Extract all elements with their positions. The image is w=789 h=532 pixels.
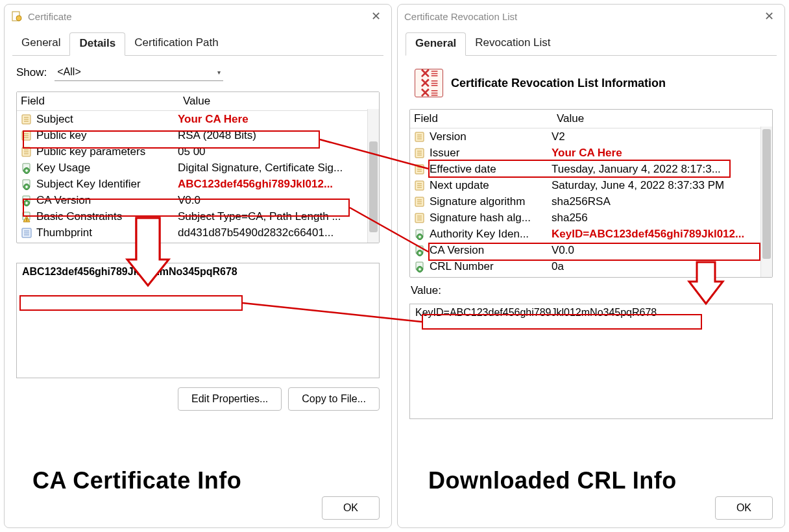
close-icon[interactable]: ✕ <box>367 9 385 23</box>
header-value[interactable]: Value <box>553 112 772 125</box>
tab-strip: General Revocation List <box>406 32 777 56</box>
doc-icon <box>413 179 427 192</box>
row-value: Saturday, June 4, 2022 8:37:33 PM <box>552 179 772 192</box>
row-value: Your CA Here <box>552 147 772 160</box>
row-field: Subject <box>36 113 178 126</box>
left-caption: CA Certificate Info <box>32 467 241 494</box>
detail-value-box[interactable]: ABC123def456ghi789Jkl012mNo345pqR678 <box>16 263 380 378</box>
row-field: Public key parameters <box>36 145 178 158</box>
ext-icon <box>19 178 34 191</box>
header-field[interactable]: Field <box>17 95 179 108</box>
doc-icon <box>413 130 427 143</box>
row-field: Public key <box>36 129 178 142</box>
scrollbar[interactable] <box>760 127 772 277</box>
row-value: 05 00 <box>178 145 379 158</box>
table-row[interactable]: CA VersionV0.0 <box>17 192 379 208</box>
show-filter-select[interactable]: <All> ▾ <box>55 64 223 81</box>
doc-icon <box>413 163 427 176</box>
copy-to-file-button[interactable]: Copy to File... <box>288 387 380 411</box>
table-row[interactable]: Next updateSaturday, June 4, 2022 8:37:3… <box>410 177 772 193</box>
dialog-title: Certificate <box>28 11 72 22</box>
doc-icon <box>413 147 427 160</box>
prop-icon <box>19 226 34 239</box>
ok-button[interactable]: OK <box>322 496 380 520</box>
row-value: dd431d87b5490d2832c66401... <box>178 226 379 239</box>
tab-certification-path[interactable]: Certification Path <box>125 32 227 56</box>
doc-icon <box>413 212 427 224</box>
table-row[interactable]: VersionV2 <box>410 128 772 145</box>
table-row[interactable]: !Basic ConstraintsSubject Type=CA, Path … <box>17 208 379 224</box>
close-icon[interactable]: ✕ <box>760 9 778 23</box>
row-value: sha256 <box>552 212 772 224</box>
crl-list-icon: ✕≡✕≡✕≡ <box>415 69 443 97</box>
show-filter-value: <All> <box>57 66 80 77</box>
svg-point-1 <box>16 16 21 21</box>
crl-dialog: Certificate Revocation List ✕ General Re… <box>397 4 785 528</box>
table-row[interactable]: CRL Number0a <box>410 258 772 274</box>
header-value[interactable]: Value <box>179 95 379 108</box>
header-field[interactable]: Field <box>410 112 553 125</box>
table-row[interactable]: Subject Key IdentifierABC123def456ghi789… <box>17 176 379 192</box>
titlebar: Certificate ✕ <box>5 5 391 28</box>
row-field: Subject Key Identifier <box>36 178 178 191</box>
row-value: Tuesday, January 4, 2022 8:17:3... <box>552 163 772 176</box>
tab-strip: General Details Certification Path <box>12 32 383 56</box>
row-value: V2 <box>552 130 772 143</box>
edit-properties-button[interactable]: Edit Properties... <box>178 387 282 411</box>
table-row[interactable]: Public keyRSA (2048 Bits) <box>17 127 379 143</box>
row-value: V0.0 <box>178 194 379 207</box>
doc-icon <box>19 113 34 126</box>
scrollbar[interactable] <box>367 109 379 243</box>
ext-icon <box>413 260 427 273</box>
row-field: CA Version <box>430 244 552 257</box>
ext-icon <box>19 162 34 175</box>
table-row[interactable]: Key UsageDigital Signature, Certificate … <box>17 160 379 176</box>
right-caption: Downloaded CRL Info <box>428 467 677 494</box>
tab-general[interactable]: General <box>12 32 69 56</box>
ok-button[interactable]: OK <box>715 496 773 520</box>
table-row[interactable]: CA VersionV0.0 <box>410 242 772 258</box>
row-field: Basic Constraints <box>36 210 178 223</box>
value-label: Value: <box>411 284 773 297</box>
row-value: sha256RSA <box>552 195 772 208</box>
tab-details[interactable]: Details <box>69 32 125 56</box>
row-value: ABC123def456ghi789Jkl012... <box>178 178 379 191</box>
ext-icon <box>413 228 427 241</box>
table-row[interactable]: Effective dateTuesday, January 4, 2022 8… <box>410 161 772 177</box>
detail-value-box[interactable]: KeyID=ABC123def456ghi789Jkl012mNo345pqR6… <box>409 304 773 419</box>
titlebar: Certificate Revocation List ✕ <box>398 5 784 28</box>
detail-value-text: ABC123def456ghi789Jkl012mNo345pqR678 <box>22 266 237 277</box>
tab-revocation-list[interactable]: Revocation List <box>466 32 559 56</box>
row-field: Issuer <box>430 147 552 160</box>
doc-icon <box>19 129 34 142</box>
row-value: Your CA Here <box>178 113 379 126</box>
svg-text:!: ! <box>26 217 27 223</box>
row-value: RSA (2048 Bits) <box>178 129 379 142</box>
tab-general[interactable]: General <box>406 32 466 56</box>
table-row[interactable]: Signature hash alg...sha256 <box>410 210 772 226</box>
row-value: KeyID=ABC123def456ghi789Jkl012... <box>552 228 772 241</box>
table-row[interactable]: Public key parameters05 00 <box>17 143 379 160</box>
doc-icon <box>413 195 427 208</box>
row-field: CRL Number <box>430 260 552 273</box>
row-field: Authority Key Iden... <box>430 228 552 241</box>
show-label: Show: <box>16 66 47 79</box>
certificate-icon <box>11 10 23 22</box>
table-row[interactable]: Signature algorithmsha256RSA <box>410 193 772 210</box>
row-field: Effective date <box>430 163 552 176</box>
row-field: Next update <box>430 179 552 192</box>
table-row[interactable]: Authority Key Iden...KeyID=ABC123def456g… <box>410 226 772 242</box>
table-row[interactable]: SubjectYour CA Here <box>17 111 379 127</box>
row-field: Signature hash alg... <box>430 212 552 224</box>
table-row[interactable]: Thumbprintdd431d87b5490d2832c66401... <box>17 224 379 241</box>
table-row[interactable]: IssuerYour CA Here <box>410 145 772 161</box>
dialog-title: Certificate Revocation List <box>404 11 517 22</box>
certificate-dialog: Certificate ✕ General Details Certificat… <box>4 4 392 528</box>
row-field: Version <box>430 130 552 143</box>
doc-icon <box>19 145 34 158</box>
row-field: Key Usage <box>36 162 178 175</box>
row-value: V0.0 <box>552 244 772 257</box>
detail-value-text: KeyID=ABC123def456ghi789Jkl012mNo345pqR6… <box>415 307 657 318</box>
ext-icon <box>413 244 427 257</box>
field-list: Field Value SubjectYour CA HerePublic ke… <box>16 91 380 243</box>
